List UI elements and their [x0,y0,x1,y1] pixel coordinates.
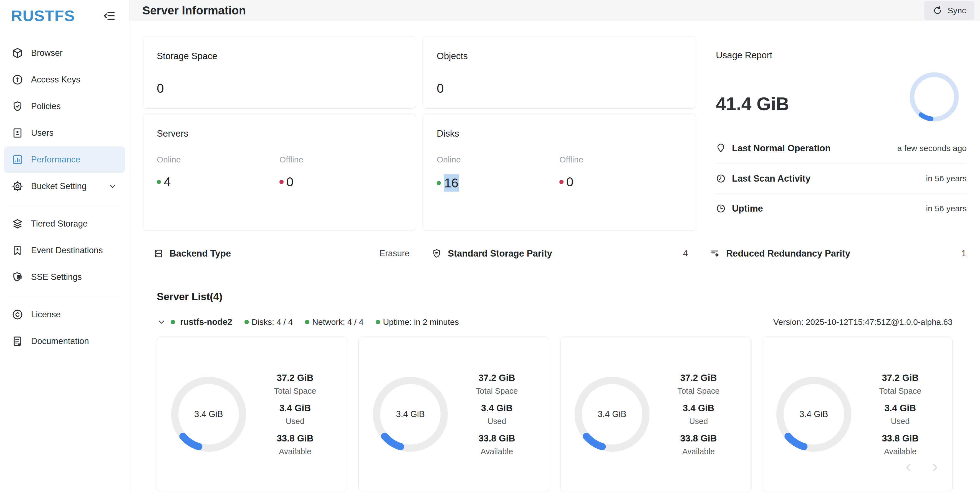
sidebar-item-label: License [31,310,61,319]
node-stat-label: Network: 4 / 4 [312,317,363,327]
disk-used: 3.4 GiB [250,403,340,414]
card-title: Servers [157,128,402,139]
layers-icon [12,218,23,230]
scan-clock-icon [716,174,726,184]
node-stat-label: Disks: 4 / 4 [252,317,293,327]
sidebar-item-event-destinations[interactable]: Event Destinations [4,237,125,264]
online-dot [157,180,161,184]
sidebar: RUSTFS Browser [0,0,129,492]
storage-space-value: 0 [157,81,402,96]
server-node-row[interactable]: rustfs-node2 Disks: 4 / 4 Network: 4 / 4… [157,317,953,327]
sidebar-item-label: Browser [31,48,63,58]
usage-row-last-normal-operation: Last Normal Operation a few seconds ago [716,133,967,163]
sidebar-item-performance[interactable]: Performance [4,146,125,173]
usage-report-title: Usage Report [716,50,967,61]
online-label: Online [437,155,559,165]
chevron-down-icon[interactable] [157,317,166,327]
card-title: Objects [437,51,682,61]
sidebar-item-bucket-setting[interactable]: Bucket Setting [4,173,125,200]
sidebar-item-label: Bucket Setting [31,181,87,191]
drop-icon [716,143,726,153]
bar-chart-icon [12,154,23,166]
usage-row-last-scan-activity: Last Scan Activity in 56 years [716,163,967,193]
sidebar-item-label: Event Destinations [31,246,103,256]
disk-total: 37.2 GiB [654,372,743,383]
refresh-icon [932,6,943,16]
sidebar-item-documentation[interactable]: Documentation [4,328,125,355]
online-dot [437,181,441,185]
backend-type-label: Backend Type [170,248,231,259]
sidebar-item-browser[interactable]: Browser [4,40,125,66]
backend-info-row: Backend Type Erasure Standard Storage Pa… [143,245,967,262]
disk-total-label: Total Space [250,387,340,396]
sidebar-item-policies[interactable]: Policies [4,93,125,120]
copyright-icon [12,309,23,320]
disk-total-label: Total Space [452,387,542,396]
carousel-prev-icon[interactable] [903,462,914,473]
sidebar-item-users[interactable]: Users [4,120,125,146]
offline-dot [279,180,283,184]
offline-dot [559,180,563,184]
online-label: Online [157,155,279,165]
status-dot [245,320,249,324]
sidebar-item-label: SSE Settings [31,272,82,282]
sidebar-item-label: Access Keys [31,75,80,85]
sidebar-nav: Browser Access Keys Policies [0,31,129,355]
disk-card: 3.4 GiB 37.2 GiB Total Space 3.4 GiB Use… [560,337,751,492]
disk-available: 33.8 GiB [654,433,743,444]
disk-available: 33.8 GiB [250,433,340,444]
disk-used-label: Used [654,417,743,426]
servers-online-count: 4 [164,174,171,189]
disks-online-count: 16 [444,174,459,192]
carousel-next-icon[interactable] [929,462,940,473]
disk-available-label: Available [856,447,945,456]
sidebar-item-license[interactable]: License [4,301,125,328]
document-icon [12,335,23,347]
disk-available-label: Available [250,447,340,456]
carousel-nav [903,462,940,473]
clock-icon [716,203,726,214]
menu-fold-icon[interactable] [103,10,116,22]
node-network-stat: Network: 4 / 4 [305,317,363,327]
node-uptime-stat: Uptime: in 2 minutes [376,317,459,327]
usage-row-value: a few seconds ago [897,144,967,153]
disk-card: 3.4 GiB 37.2 GiB Total Space 3.4 GiB Use… [358,337,549,492]
server-list-title: Server List(4) [157,291,953,303]
shield-lines-icon [432,249,442,259]
disk-used: 3.4 GiB [452,403,542,414]
usage-report: Usage Report 41.4 GiB [716,36,967,223]
disk-used-center: 3.4 GiB [571,372,654,456]
sidebar-item-label: Documentation [31,336,89,346]
sidebar-item-access-keys[interactable]: Access Keys [4,66,125,93]
node-disks-stat: Disks: 4 / 4 [245,317,293,327]
disk-total: 37.2 GiB [452,372,542,383]
disk-total: 37.2 GiB [856,372,945,383]
servers-offline-count: 0 [286,174,294,189]
usage-row-label: Last Normal Operation [732,143,831,153]
sidebar-header: RUSTFS [0,0,129,31]
standard-parity-value: 4 [683,249,688,259]
key-icon [12,74,23,86]
usage-total: 41.4 GiB [716,93,789,114]
disk-used-label: Used [856,417,945,426]
sidebar-item-label: Policies [31,101,61,111]
disk-total: 37.2 GiB [250,372,340,383]
disk-total-label: Total Space [856,387,945,396]
node-status-dot [171,320,175,324]
app-root: RUSTFS Browser [0,0,980,492]
page-title: Server Information [142,4,246,17]
sidebar-item-sse-settings[interactable]: SSE Settings [4,264,125,291]
disk-used-center: 3.4 GiB [369,372,452,456]
disk-used-label: Used [250,417,340,426]
sidebar-item-tiered-storage[interactable]: Tiered Storage [4,211,125,237]
sync-button[interactable]: Sync [924,1,974,20]
cube-icon [12,47,23,59]
disks-offline-count: 0 [566,174,574,189]
disk-used-label: Used [452,417,542,426]
disk-available: 33.8 GiB [856,433,945,444]
disk-cards-carousel: 3.4 GiB 37.2 GiB Total Space 3.4 GiB Use… [157,337,953,492]
disk-card: 3.4 GiB 37.2 GiB Total Space 3.4 GiB Use… [157,337,347,492]
chevron-down-icon [108,182,118,191]
usage-row-value: in 56 years [926,174,967,183]
reduced-parity-label: Reduced Redundancy Parity [726,248,850,259]
